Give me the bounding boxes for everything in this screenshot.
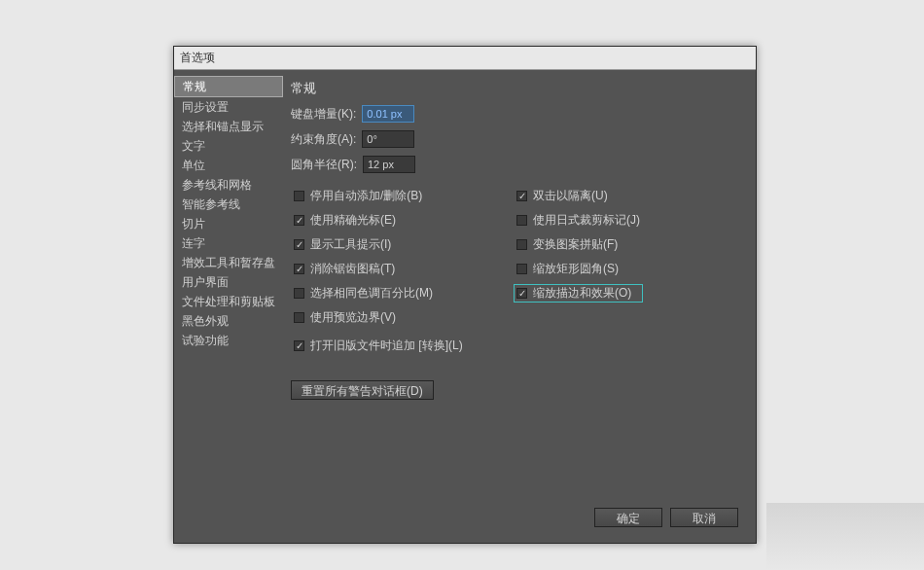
checkbox-label: 使用预览边界(V) — [310, 309, 396, 326]
sidebar-item-general[interactable]: 常规 — [174, 76, 283, 97]
sidebar-item-hyphenation[interactable]: 连字 — [174, 233, 283, 253]
keyboard-increment-label: 键盘增量(K): — [291, 106, 356, 123]
checkbox-label: 变换图案拼贴(F) — [533, 236, 618, 253]
checkbox-label: 选择相同色调百分比(M) — [310, 285, 433, 302]
sidebar-item-experimental[interactable]: 试验功能 — [174, 331, 283, 350]
ok-button[interactable]: 确定 — [594, 508, 662, 527]
checkbox-label: 缩放矩形圆角(S) — [533, 261, 619, 277]
checkbox-label: 使用日式裁剪标记(J) — [533, 212, 640, 229]
dialog-body: 常规 同步设置 选择和锚点显示 文字 单位 参考线和网格 智能参考线 切片 连字… — [174, 70, 756, 498]
dialog-title: 首选项 — [174, 47, 756, 70]
checkbox-label: 消除锯齿图稿(T) — [310, 261, 395, 277]
checkbox-label: 使用精确光标(E) — [310, 212, 396, 229]
checkbox-icon — [294, 239, 304, 250]
cb-antialias-artwork[interactable]: 消除锯齿图稿(T) — [291, 260, 436, 278]
corner-radius-label: 圆角半径(R): — [291, 157, 357, 173]
checkbox-icon — [516, 215, 527, 226]
corner-radius-input[interactable] — [363, 156, 415, 173]
cb-japanese-cropmarks[interactable]: 使用日式裁剪标记(J) — [514, 211, 643, 230]
content-panel: 常规 键盘增量(K): 约束角度(A): 圆角半径(R): 停用自动添加/删除(… — [283, 70, 756, 498]
sidebar-item-selection-anchor[interactable]: 选择和锚点显示 — [174, 117, 283, 136]
checkbox-col-right: 双击以隔离(U) 使用日式裁剪标记(J) 变换图案拼贴(F) 缩放矩形圆角(S) — [514, 187, 643, 327]
sidebar-item-file-clipboard[interactable]: 文件处理和剪贴板 — [174, 292, 283, 311]
checkbox-label: 打开旧版文件时追加 [转换](L) — [310, 338, 463, 354]
cb-select-same-tint[interactable]: 选择相同色调百分比(M) — [291, 284, 436, 303]
section-heading: 常规 — [291, 80, 746, 97]
checkbox-label: 显示工具提示(I) — [310, 236, 391, 253]
checkbox-label: 缩放描边和效果(O) — [533, 285, 631, 302]
sidebar-item-units[interactable]: 单位 — [174, 156, 283, 175]
cb-disable-auto-add-delete[interactable]: 停用自动添加/删除(B) — [291, 187, 436, 205]
checkbox-col-left: 停用自动添加/删除(B) 使用精确光标(E) 显示工具提示(I) 消除锯齿图稿(… — [291, 187, 436, 327]
sidebar-item-guides-grid[interactable]: 参考线和网格 — [174, 175, 283, 195]
sidebar: 常规 同步设置 选择和锚点显示 文字 单位 参考线和网格 智能参考线 切片 连字… — [174, 70, 283, 498]
sidebar-item-sync[interactable]: 同步设置 — [174, 97, 283, 117]
checkbox-icon — [294, 340, 304, 351]
cb-append-convert-on-open[interactable]: 打开旧版文件时追加 [转换](L) — [291, 337, 746, 355]
sidebar-item-smart-guides[interactable]: 智能参考线 — [174, 195, 283, 214]
checkbox-icon — [516, 191, 527, 201]
button-bar: 确定 取消 — [174, 498, 756, 543]
constrain-angle-input[interactable] — [362, 130, 414, 148]
corner-radius-row: 圆角半径(R): — [291, 156, 746, 173]
cb-transform-pattern-tiles[interactable]: 变换图案拼贴(F) — [514, 235, 643, 254]
checkbox-icon — [294, 312, 304, 323]
checkbox-label: 停用自动添加/删除(B) — [310, 188, 422, 204]
cb-doubleclick-isolate[interactable]: 双击以隔离(U) — [514, 187, 643, 205]
sidebar-item-black-appearance[interactable]: 黑色外观 — [174, 311, 283, 331]
keyboard-increment-row: 键盘增量(K): — [291, 105, 746, 123]
cb-scale-strokes-effects[interactable]: 缩放描边和效果(O) — [514, 284, 643, 303]
checkbox-grid: 停用自动添加/删除(B) 使用精确光标(E) 显示工具提示(I) 消除锯齿图稿(… — [291, 187, 746, 327]
preferences-dialog: 首选项 常规 同步设置 选择和锚点显示 文字 单位 参考线和网格 智能参考线 切… — [173, 46, 757, 544]
checkbox-label: 双击以隔离(U) — [533, 188, 608, 204]
checkbox-icon — [294, 215, 304, 226]
cb-scale-rect-corners[interactable]: 缩放矩形圆角(S) — [514, 260, 643, 278]
cb-precise-cursors[interactable]: 使用精确光标(E) — [291, 211, 436, 230]
sidebar-item-ui[interactable]: 用户界面 — [174, 272, 283, 292]
checkbox-icon — [516, 264, 527, 274]
checkbox-icon — [294, 288, 304, 299]
sidebar-item-plugins-scratch[interactable]: 增效工具和暂存盘 — [174, 253, 283, 272]
cb-show-tooltips[interactable]: 显示工具提示(I) — [291, 235, 436, 254]
checkbox-icon — [516, 239, 527, 250]
sidebar-item-type[interactable]: 文字 — [174, 136, 283, 156]
checkbox-icon — [294, 264, 304, 274]
constrain-angle-label: 约束角度(A): — [291, 131, 356, 148]
constrain-angle-row: 约束角度(A): — [291, 130, 746, 148]
checkbox-icon — [294, 191, 304, 201]
reset-warnings-button[interactable]: 重置所有警告对话框(D) — [291, 380, 434, 400]
cancel-button[interactable]: 取消 — [670, 508, 738, 527]
cb-use-preview-bounds[interactable]: 使用预览边界(V) — [291, 308, 436, 327]
checkbox-icon — [516, 288, 527, 299]
bottom-shadow-decoration — [766, 503, 924, 570]
sidebar-item-slices[interactable]: 切片 — [174, 214, 283, 233]
keyboard-increment-input[interactable] — [362, 105, 414, 123]
